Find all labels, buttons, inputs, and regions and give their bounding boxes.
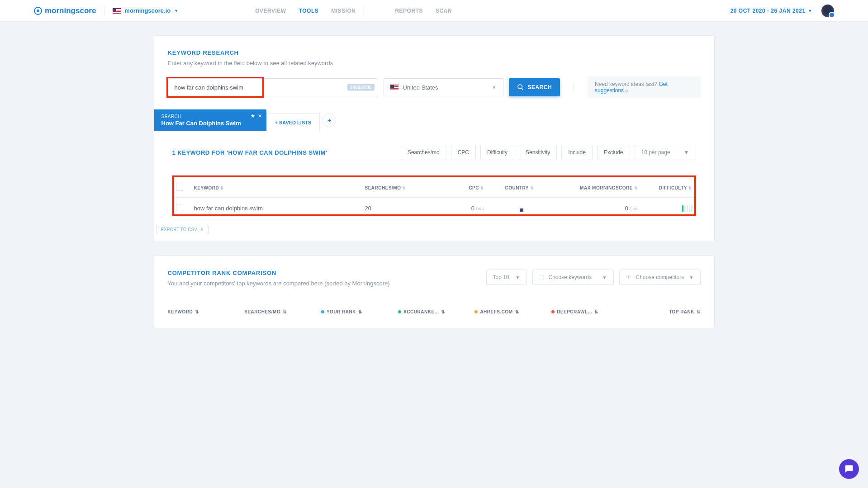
sort-icon: ⇅ [594,309,598,314]
avatar[interactable] [821,5,834,17]
per-page-text: 10 per page [641,149,670,156]
col-keyword[interactable]: KEYWORD⇅ [190,178,361,198]
sort-icon: ⇅ [530,186,534,190]
nav-overview[interactable]: OVERVIEW [255,8,286,14]
nav-tools[interactable]: TOOLS [299,8,319,14]
flag-icon [113,8,121,14]
date-range-text: 20 OCT 2020 - 26 JAN 2021 [730,8,806,14]
export-csv-button[interactable]: EXPORT TO CSV ⇩ [156,225,209,234]
sort-icon: ⇅ [195,309,199,314]
cell-difficulty [642,198,696,219]
tab-value: How Far Can Dolphins Swim [161,120,259,127]
sort-icon: ⇅ [402,186,406,190]
col-max[interactable]: MAX MORNINGSCORE⇅ [551,178,642,198]
filter-exclude[interactable]: Exclude [597,145,630,160]
col-difficulty[interactable]: DIFFICULTY⇅ [642,178,696,198]
domain-text: morningscore.io [124,7,171,14]
caret-icon: ▼ [602,275,607,280]
caret-icon: ▼ [492,85,497,90]
search-button-label: SEARCH [528,84,552,90]
section-title: KEYWORD RESEARCH [168,49,701,56]
cell-searches: 20 [361,198,434,219]
eye-icon: 👁 [626,274,631,280]
brand-text: morningscore [45,6,96,15]
brand-logo[interactable]: morningscore [34,6,96,15]
download-icon: ⇩ [200,227,204,232]
tags-icon: ⬚ [539,274,544,280]
divider [574,83,574,92]
caret-icon: ▼ [684,149,689,156]
sort-icon: ⇅ [697,309,701,314]
caret-icon: ▼ [808,9,812,13]
comp-col-yourrank[interactable]: YOUR RANK⇅ [321,309,394,314]
sort-icon: ⇅ [283,309,287,314]
filter-searches[interactable]: Searches/mo [401,145,446,160]
comp-col-c2[interactable]: AHREFS.COM⇅ [474,309,547,314]
caret-icon: ▼ [689,275,694,280]
checkbox[interactable] [176,204,183,211]
comp-title: COMPETITOR RANK COMPARISON [168,270,390,276]
domain-selector[interactable]: morningscore.io ▼ [113,7,178,14]
results-table: KEYWORD⇅ SEARCHES/MO⇅ CPC⇅ COUNTRY⇅ MAX … [172,178,696,219]
caret-icon: ▼ [174,9,178,13]
svg-point-0 [518,85,522,89]
tab-saved-lists[interactable]: + SAVED LISTS [266,113,320,131]
export-label: EXPORT TO CSV [161,227,197,232]
tab-search[interactable]: SEARCH How Far Can Dolphins Swim ★ ✕ [154,109,266,131]
close-icon[interactable]: ✕ [258,113,262,119]
comp-col-searches[interactable]: SEARCHES/MO⇅ [244,309,317,314]
tab-label: SEARCH [161,114,259,119]
logo-icon [34,7,42,15]
comp-col-keyword[interactable]: KEYWORD⇅ [168,309,240,314]
ideas-banner: Need keyword ideas fast? Get suggestions… [588,76,700,98]
col-cpc[interactable]: CPC⇅ [434,178,488,198]
ideas-text: Need keyword ideas fast? [595,81,659,87]
svg-line-1 [522,88,523,90]
cell-country [488,198,551,219]
comp-col-toprank[interactable]: TOP RANK⇅ [628,309,701,314]
comp-col-c3[interactable]: DEEPCRAWL...⇅ [551,309,624,314]
date-range-picker[interactable]: 20 OCT 2020 - 26 JAN 2021 ▼ [730,8,812,14]
sort-icon: ⇅ [515,309,519,314]
country-select[interactable]: United States ▼ [384,78,503,96]
cell-max: 0DKK [551,198,642,219]
checkbox-all[interactable] [176,184,183,191]
comp-keywords-select[interactable]: ⬚Choose keywords▼ [532,270,614,285]
filter-include[interactable]: Include [561,145,593,160]
cell-cpc: 0DKK [434,198,488,219]
sort-icon: ⇅ [441,309,445,314]
per-page-select[interactable]: 10 per page ▼ [635,145,696,160]
filter-sensitivity[interactable]: Sensitivity [519,145,557,160]
country-text: United States [403,84,438,91]
char-counter: 2460/2500 [347,84,374,91]
divider [104,6,104,15]
sort-icon: ⇅ [358,309,362,314]
section-subtitle: Enter any keyword in the field below to … [168,60,701,66]
comp-subtitle: You and your competitors' top keywords a… [168,280,390,287]
cell-keyword: how far can dolphins swim [190,198,361,219]
nav-mission[interactable]: MISSION [331,8,356,14]
results-title: 1 KEYWORD FOR 'HOW FAR CAN DOLPHINS SWIM… [172,149,327,156]
filter-cpc[interactable]: CPC [451,145,476,160]
comp-top-select[interactable]: Top 10▼ [486,270,527,285]
filter-difficulty[interactable]: Difficulty [480,145,514,160]
sort-icon: ⇅ [220,186,224,190]
search-button[interactable]: SEARCH [509,78,560,96]
sort-icon: ⇅ [634,186,638,190]
nav-scan[interactable]: SCAN [436,8,452,14]
comp-competitors-select[interactable]: 👁Choose competitors▼ [619,270,701,285]
caret-icon: ▼ [516,275,520,280]
nav-reports[interactable]: REPORTS [395,8,423,14]
comp-col-c1[interactable]: ACCURANKE...⇅ [398,309,470,314]
sort-icon: ⇅ [480,186,484,190]
col-country[interactable]: COUNTRY⇅ [488,178,551,198]
search-icon [517,84,524,91]
divider [364,6,364,15]
table-row[interactable]: how far can dolphins swim 20 0DKK 0DKK [172,198,696,219]
col-searches[interactable]: SEARCHES/MO⇅ [361,178,434,198]
tab-add-button[interactable]: + [323,114,336,127]
star-icon[interactable]: ★ [251,113,255,119]
search-icon: ⌕ [625,87,628,94]
keyword-input[interactable] [168,78,378,96]
flag-icon [390,85,398,90]
